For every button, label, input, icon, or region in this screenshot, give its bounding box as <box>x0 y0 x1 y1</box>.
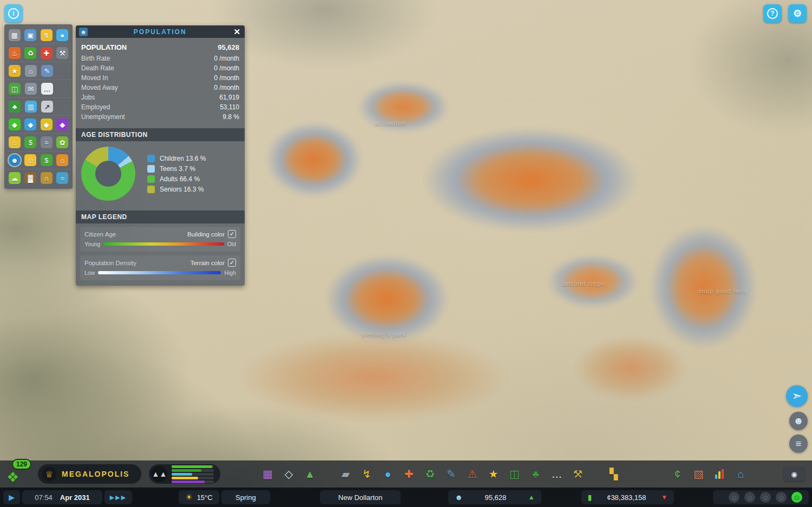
infoview-water-map-icon[interactable]: ◆ <box>23 117 39 131</box>
infoview-statistics-icon[interactable]: ≈ <box>38 135 55 149</box>
close-icon[interactable]: ✕ <box>232 27 241 37</box>
chirper-icon: ➣ <box>792 389 802 403</box>
transportation-tool-button[interactable]: ◫ <box>506 466 522 482</box>
communications-tool-button[interactable]: … <box>548 466 565 482</box>
infoview-ground-pollution-icon[interactable]: ▓ <box>23 171 39 185</box>
gradient-max-label: High <box>224 269 236 276</box>
fire-rescue-tool-button[interactable]: ⚠ <box>464 466 480 482</box>
status-face-icon: ☺ <box>776 492 787 503</box>
infoview-education-icon[interactable]: ✎ <box>39 64 55 78</box>
sim-speed-control[interactable]: ▶▶▶ <box>104 490 132 504</box>
post-glyph: ✉ <box>25 83 37 95</box>
infoview-greenery-icon[interactable]: ✿ <box>55 135 71 149</box>
population-stats: POPULATION95,628Birth Rate0 /monthDeath … <box>76 38 245 125</box>
photo-mode-button[interactable]: ◉ <box>784 467 804 481</box>
xp-widget[interactable]: ❖ 129 <box>5 462 30 486</box>
infoview-zoning-map-icon[interactable]: ◆ <box>38 117 55 131</box>
info-views-icon: ▧ <box>693 468 704 480</box>
police-tool-button[interactable]: ★ <box>485 466 501 482</box>
infoview-transportation-icon[interactable]: ◫ <box>6 82 23 96</box>
weather-display: ☀ 15°C <box>179 490 219 504</box>
infoview-noise-pollution-icon[interactable]: ∩ <box>38 171 55 185</box>
demand-widget[interactable]: ▲▲ <box>149 464 220 484</box>
infoview-facilities-icon[interactable]: ▥ <box>23 100 39 114</box>
citizens-button[interactable]: ☻ <box>789 412 808 430</box>
air-pollution-glyph: ☁ <box>9 172 21 184</box>
city-info-tool-button[interactable]: ⌂ <box>732 466 749 482</box>
communications-icon: … <box>551 468 562 480</box>
legend-card: Citizen AgeBuilding color✓YoungOld <box>80 227 240 252</box>
infoview-telecom-icon[interactable]: … <box>39 82 55 96</box>
garbage-tool-button[interactable]: ♻ <box>422 466 438 482</box>
infoview-tourism-icon[interactable]: $ <box>23 135 39 149</box>
statistics-icon <box>715 469 724 479</box>
infoview-parks-icon[interactable]: ♣ <box>6 100 23 114</box>
roads-tool-button[interactable]: ▰ <box>337 466 353 482</box>
infoview-air-pollution-icon[interactable]: ☁ <box>6 171 23 185</box>
infoview-maintenance-icon[interactable]: ⚒ <box>55 46 71 60</box>
infoview-wealth-map-icon[interactable]: ◆ <box>55 117 71 131</box>
city-info-icon: ⌂ <box>737 468 744 480</box>
electricity-tool-button[interactable]: ↯ <box>358 466 375 482</box>
game-date: Apr 2031 <box>60 493 90 502</box>
infoview-money-flow-icon[interactable]: $ <box>38 153 55 167</box>
infoview-water-pollution-icon[interactable]: ≈ <box>55 171 71 185</box>
legend-card-header: Population DensityTerrain color✓ <box>84 259 236 267</box>
city-name: New Dollarton <box>338 493 383 502</box>
zoning-tool-button[interactable]: ▦ <box>259 466 276 482</box>
infoview-administration-icon[interactable]: ⌂ <box>23 64 39 78</box>
infoview-electronics-icon[interactable]: ▣ <box>23 28 39 42</box>
landscaping-tool-button[interactable]: ▲ <box>302 466 318 482</box>
areas-tool-button[interactable]: ◇ <box>280 466 297 482</box>
age-swatch <box>147 155 155 162</box>
journal-button[interactable]: ≡ <box>789 434 808 453</box>
bulldozer-tool-button[interactable]: ▚ <box>605 466 621 482</box>
infoview-healthcare-icon[interactable]: ✚ <box>38 46 55 60</box>
infoview-population-icon[interactable]: ☻ <box>6 153 23 167</box>
checkbox[interactable]: ✓ <box>228 230 236 238</box>
sun-icon: ☀ <box>185 492 192 502</box>
infoview-water-icon[interactable]: ● <box>55 28 71 42</box>
population-counter[interactable]: ☻ 95,628 ▲ <box>448 490 541 504</box>
money-counter[interactable]: ▮ ¢38,383,158 ▼ <box>581 490 674 504</box>
happiness-face-icon[interactable]: ☺ <box>791 492 802 503</box>
city-name-button[interactable]: New Dollarton <box>320 490 401 504</box>
infoview-terrain-map-icon[interactable]: ◆ <box>6 117 23 131</box>
infoview-heating-icon[interactable]: ♨ <box>6 46 23 60</box>
info-button[interactable]: i <box>4 4 23 23</box>
season-display: Spring <box>221 490 270 504</box>
checkbox[interactable]: ✓ <box>228 259 236 267</box>
statistics-tool-button[interactable] <box>711 466 728 482</box>
infoview-electricity-icon[interactable]: ↯ <box>38 28 55 42</box>
infoview-police-icon[interactable]: ★ <box>6 64 23 78</box>
healthcare-tool-button[interactable]: ✚ <box>401 466 417 482</box>
water-sewage-tool-button[interactable]: ● <box>379 466 396 482</box>
demand-fill <box>172 469 201 472</box>
status-face-icon: ☺ <box>729 492 739 503</box>
milestone-button[interactable]: ♕ MEGALOPOLIS <box>38 464 141 484</box>
play-pause-button[interactable]: ▶ <box>3 490 20 504</box>
settings-button[interactable]: ⚙ <box>788 4 807 23</box>
infoview-garbage-icon[interactable]: ♻ <box>23 46 39 60</box>
info-views-tool-button[interactable]: ▧ <box>690 466 706 482</box>
infoview-row: ◫✉… <box>5 80 71 98</box>
chirper-button[interactable]: ➣ <box>786 385 808 407</box>
stat-label: Unemployment <box>81 113 125 121</box>
infoview-post-icon[interactable]: ✉ <box>23 82 39 96</box>
journal-icon: ≡ <box>796 438 802 450</box>
infoview-land-value-icon[interactable]: ⌂ <box>6 135 23 149</box>
infoview-workplaces-icon[interactable]: ⌂ <box>55 153 71 167</box>
wealth-map-glyph: ◆ <box>56 118 68 130</box>
gradient-row: YoungOld <box>84 241 236 247</box>
infoview-routes-icon[interactable]: ↗ <box>39 100 55 114</box>
infoview-roads-icon[interactable]: ▦ <box>6 28 23 42</box>
economy-tool-button[interactable]: ¢ <box>669 466 685 482</box>
education-tool-button[interactable]: ✎ <box>443 466 459 482</box>
parks-tool-button[interactable]: ♣ <box>527 466 543 482</box>
statistics-glyph: ≈ <box>41 136 53 148</box>
terraforming-tool-button[interactable]: ⚒ <box>569 466 586 482</box>
garbage-glyph: ♻ <box>24 47 36 59</box>
help-button[interactable]: ? <box>763 4 782 23</box>
stat-value: 9.8 % <box>222 113 239 121</box>
infoview-happiness-icon[interactable]: ☺ <box>23 153 39 167</box>
